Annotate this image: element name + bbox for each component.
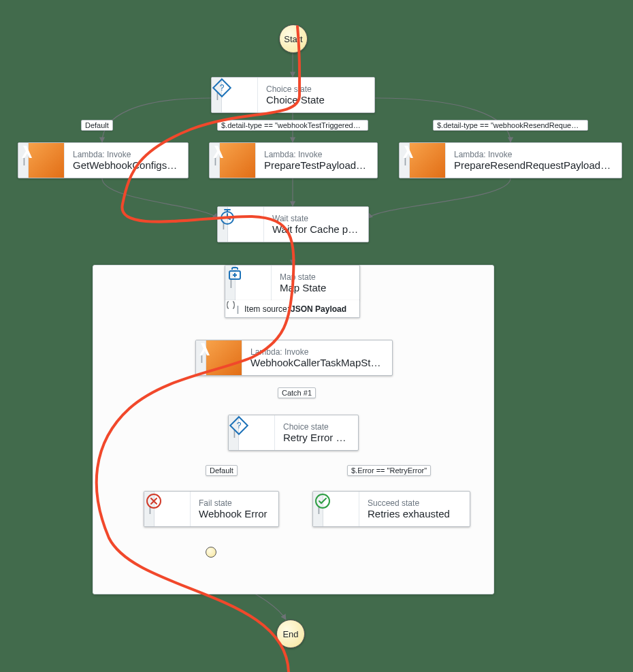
choice-icon: ?: [222, 78, 258, 112]
start-label: Start: [284, 34, 302, 44]
node-kicker: Fail state: [199, 498, 270, 508]
edge-label-test-triggered: $.detail-type == "webhookTestTriggered…: [217, 120, 368, 131]
node-prepare-resend-payload[interactable]: || Lambda: Invoke PrepareResendRequestPa…: [399, 142, 622, 178]
node-title: Retries exhausted: [368, 508, 461, 520]
node-map-state[interactable]: || Map state Map State: [225, 265, 360, 301]
node-kicker: Lambda: Invoke: [454, 150, 613, 159]
edge-label-retry-error: $.Error == "RetryError": [347, 465, 431, 476]
node-choice-state[interactable]: || ? Choice state Choice State: [211, 77, 375, 113]
node-kicker: Lambda: Invoke: [73, 150, 180, 159]
node-kicker: Lambda: Invoke: [250, 347, 384, 357]
node-prepare-test-payload[interactable]: || Lambda: Invoke PrepareTestPayloadTask: [209, 142, 378, 178]
node-title: GetWebhookConfigsTask: [73, 159, 180, 172]
map-icon: [236, 266, 272, 300]
node-kicker: Choice state: [266, 84, 366, 94]
node-title: Webhook Error: [199, 508, 270, 520]
node-title: Wait for Cache purge: [272, 223, 360, 236]
node-get-webhook-configs[interactable]: || Lambda: Invoke GetWebhookConfigsTask: [18, 142, 189, 178]
node-webhook-error[interactable]: || Fail state Webhook Error: [144, 491, 279, 527]
node-title: PrepareTestPayloadTask: [264, 159, 369, 172]
node-kicker: Lambda: Invoke: [264, 150, 369, 159]
succeed-icon: [323, 492, 359, 526]
node-kicker: Wait state: [272, 214, 360, 223]
node-wait-cache-purge[interactable]: || Wait state Wait for Cache purge: [217, 206, 369, 242]
node-kicker: Map state: [280, 272, 351, 282]
fail-icon: [155, 492, 191, 526]
node-title: Retry Error Catch: [283, 432, 350, 444]
edge-label-resend-request: $.detail-type == "webhookResendReque…: [433, 120, 588, 131]
lambda-icon: [206, 340, 242, 375]
lambda-icon: [29, 143, 65, 178]
node-title: PrepareResendRequestPayloadTask: [454, 159, 613, 172]
map-item-source[interactable]: || Item source: JSON Payload: [225, 300, 360, 318]
node-title: Choice State: [266, 94, 366, 106]
svg-text:?: ?: [237, 421, 242, 430]
svg-text:?: ?: [220, 83, 225, 93]
join-node: [206, 547, 216, 558]
node-retry-error-catch[interactable]: || ? Choice state Retry Error Catch: [228, 415, 359, 451]
lambda-icon: [410, 143, 446, 178]
node-title: Map State: [280, 282, 351, 294]
item-source-prefix: Item source:: [244, 304, 289, 314]
braces-icon: [225, 300, 236, 311]
edge-label-catch1: Catch #1: [278, 387, 316, 398]
clock-icon: [228, 207, 264, 242]
item-source-value: JSON Payload: [291, 304, 346, 314]
node-retries-exhausted[interactable]: || Succeed state Retries exhausted: [312, 491, 470, 527]
edge-label-default: Default: [81, 120, 113, 131]
choice-icon: ?: [239, 415, 275, 450]
start-node[interactable]: Start: [279, 25, 308, 53]
stepfunctions-graph: Start End || ? Choice state Choice State…: [0, 0, 633, 672]
end-label: End: [282, 629, 298, 639]
end-node[interactable]: End: [276, 620, 305, 648]
node-kicker: Succeed state: [368, 498, 461, 508]
node-title: WebhookCallerTaskMapState: [250, 357, 384, 369]
node-kicker: Choice state: [283, 422, 350, 432]
edge-label-default-2: Default: [206, 465, 238, 476]
node-webhook-caller[interactable]: || Lambda: Invoke WebhookCallerTaskMapSt…: [195, 340, 393, 376]
lambda-icon: [220, 143, 256, 178]
